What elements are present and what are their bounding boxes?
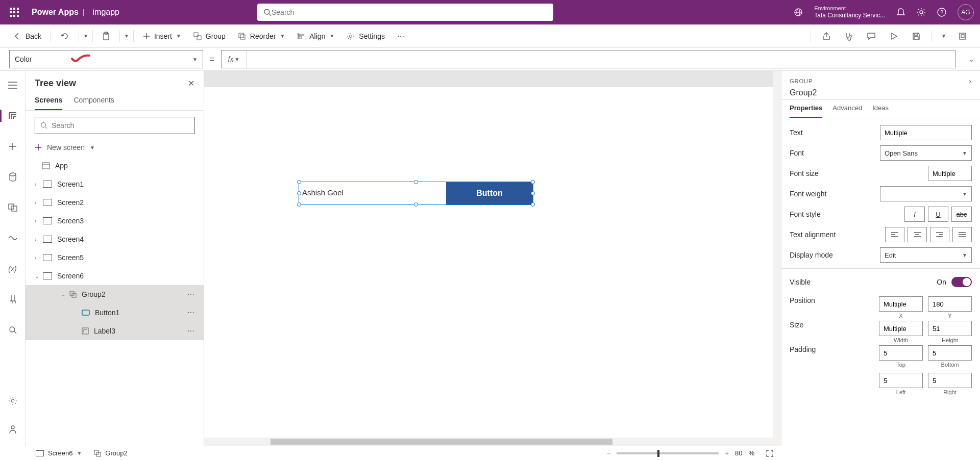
more-button[interactable]: ⋯ <box>392 29 409 43</box>
property-selector[interactable]: Color ▼ <box>9 50 203 68</box>
pad-bottom-input[interactable] <box>928 345 972 361</box>
design-canvas[interactable]: Ashish Goel Button <box>204 87 773 438</box>
paste-button[interactable] <box>97 29 115 44</box>
prop-fontsize-input[interactable] <box>928 166 972 181</box>
tree-search[interactable] <box>35 117 194 134</box>
rail-flows[interactable] <box>4 229 22 247</box>
pad-right-input[interactable] <box>928 373 972 388</box>
rail-hamburger[interactable] <box>4 76 22 94</box>
paste-chevron[interactable]: ▼ <box>124 33 129 39</box>
new-screen-button[interactable]: New screen ▼ <box>26 140 204 155</box>
pos-x-input[interactable] <box>879 296 923 312</box>
resize-handle[interactable] <box>531 202 535 207</box>
tree-search-input[interactable] <box>52 121 189 130</box>
align-right-button[interactable] <box>930 227 949 242</box>
resize-handle[interactable] <box>414 180 418 184</box>
align-button[interactable]: Align ▼ <box>292 29 339 43</box>
tab-properties[interactable]: Properties <box>790 104 822 118</box>
formula-input[interactable] <box>247 55 955 63</box>
resize-handle[interactable] <box>297 180 301 184</box>
pos-y-input[interactable] <box>928 296 972 312</box>
tree-node-screen2[interactable]: ›Screen2 <box>26 193 204 212</box>
expand-formula-button[interactable]: ⌄ <box>963 55 980 63</box>
visible-toggle[interactable] <box>951 277 972 287</box>
tab-ideas[interactable]: Ideas <box>872 104 889 118</box>
canvas-label3[interactable]: Ashish Goel <box>302 188 344 197</box>
pad-top-input[interactable] <box>879 345 923 361</box>
zoom-in-button[interactable]: + <box>725 449 729 457</box>
save-button[interactable] <box>907 27 925 45</box>
waffle-icon[interactable] <box>6 4 22 20</box>
preview-button[interactable] <box>885 27 903 45</box>
resize-handle[interactable] <box>414 202 418 207</box>
tree-node-app[interactable]: App <box>26 157 204 175</box>
rail-search[interactable] <box>4 321 22 339</box>
rail-tools[interactable] <box>4 290 22 309</box>
tree-node-screen4[interactable]: ›Screen4 <box>26 230 204 248</box>
vertical-scrollbar[interactable] <box>773 71 781 438</box>
resize-handle[interactable] <box>297 202 301 207</box>
more-icon[interactable]: ⋯ <box>187 309 195 317</box>
tab-components[interactable]: Components <box>74 96 114 110</box>
rail-ask[interactable] <box>4 420 22 439</box>
tree-close-button[interactable]: ✕ <box>188 79 194 88</box>
tree-node-screen3[interactable]: ›Screen3 <box>26 212 204 230</box>
tree-node-label3[interactable]: Label3⋯ <box>26 322 204 340</box>
align-justify-button[interactable] <box>952 227 972 242</box>
undo-chevron[interactable]: ▼ <box>83 33 88 39</box>
publish-button[interactable] <box>953 27 972 45</box>
resize-handle[interactable] <box>531 180 535 184</box>
tree-node-screen5[interactable]: ›Screen5 <box>26 248 204 267</box>
tree-node-screen1[interactable]: ›Screen1 <box>26 175 204 193</box>
rail-settings[interactable] <box>4 392 22 410</box>
rail-data[interactable] <box>4 168 22 186</box>
fit-to-screen-button[interactable] <box>766 449 774 457</box>
scrollbar-thumb[interactable] <box>271 439 612 445</box>
rail-tree-view[interactable] <box>4 107 22 125</box>
chevron-right-icon[interactable]: › <box>969 77 972 85</box>
size-w-input[interactable] <box>879 321 923 336</box>
tree-node-group2[interactable]: ⌄Group2⋯ <box>26 285 204 303</box>
underline-button[interactable]: U <box>928 207 948 222</box>
fx-label[interactable]: fx▼ <box>222 50 247 68</box>
pad-left-input[interactable] <box>879 373 923 388</box>
resize-handle[interactable] <box>297 191 301 195</box>
size-h-input[interactable] <box>928 321 972 336</box>
settings-icon[interactable] <box>917 8 926 17</box>
canvas-button1[interactable]: Button <box>446 182 533 205</box>
insert-button[interactable]: Insert ▼ <box>138 29 186 43</box>
environment-info[interactable]: Environment Tata Consultancy Servic... <box>814 5 885 19</box>
group-button[interactable]: Group <box>188 29 231 43</box>
brand-label[interactable]: Power Apps <box>32 8 79 17</box>
more-icon[interactable]: ⋯ <box>187 327 195 335</box>
notifications-icon[interactable] <box>896 8 905 17</box>
undo-button[interactable] <box>55 29 75 44</box>
align-left-button[interactable] <box>885 227 904 242</box>
settings-button[interactable]: Settings <box>341 29 390 43</box>
tree-node-button1[interactable]: Button1⋯ <box>26 303 204 322</box>
help-icon[interactable]: ? <box>937 8 946 17</box>
strikethrough-button[interactable]: abc <box>951 207 972 222</box>
back-button[interactable]: Back <box>8 29 46 43</box>
reorder-button[interactable]: Reorder ▼ <box>233 29 290 43</box>
tab-advanced[interactable]: Advanced <box>832 104 862 118</box>
rail-insert[interactable] <box>4 137 22 156</box>
share-button[interactable] <box>817 27 836 45</box>
checker-button[interactable] <box>840 27 858 45</box>
zoom-slider[interactable] <box>617 452 719 454</box>
footer-screen-selector[interactable]: Screen6▼ <box>33 448 85 458</box>
horizontal-scrollbar[interactable] <box>204 438 781 446</box>
footer-selection[interactable]: Group2 <box>91 448 130 458</box>
rail-variables[interactable]: (x) <box>4 260 22 278</box>
resize-handle[interactable] <box>531 191 535 195</box>
tab-screens[interactable]: Screens <box>35 96 62 110</box>
search-box[interactable] <box>257 4 553 21</box>
prop-displaymode-select[interactable]: Edit▼ <box>880 247 972 263</box>
zoom-out-button[interactable]: − <box>607 449 611 457</box>
comments-button[interactable] <box>862 27 880 45</box>
save-chevron[interactable]: ▼ <box>938 33 949 39</box>
zoom-thumb[interactable] <box>657 450 659 457</box>
align-center-button[interactable] <box>908 227 927 242</box>
prop-fontweight-select[interactable]: ▼ <box>880 186 972 201</box>
user-avatar[interactable]: AG <box>958 4 974 20</box>
